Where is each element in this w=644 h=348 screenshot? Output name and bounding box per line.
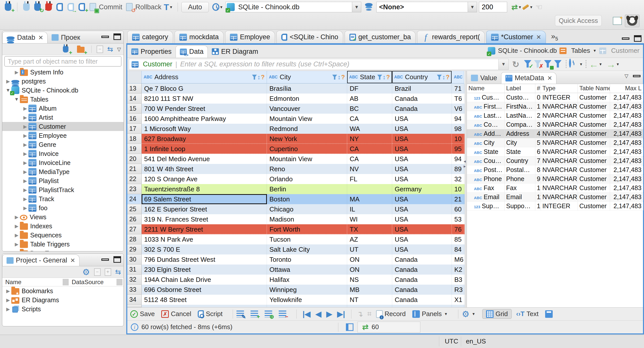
meta-cell-type[interactable]: NVARCHAR: [541, 156, 578, 165]
previous-row-icon[interactable]: ◀: [315, 310, 321, 318]
meta-cell-name[interactable]: ABCCou…: [467, 156, 505, 165]
chevron-down-icon[interactable]: ▾: [599, 62, 602, 67]
cell-country[interactable]: USA: [392, 134, 452, 144]
cell-address[interactable]: 5112 48 Street: [142, 295, 267, 305]
expand-arrow-icon[interactable]: ▶: [13, 214, 20, 220]
expand-arrow-icon[interactable]: ▶: [5, 306, 11, 312]
tree-item-album[interactable]: ▶Album: [2, 104, 124, 113]
meta-cell-table-name[interactable]: Customer: [578, 147, 610, 156]
close-icon[interactable]: ✕: [547, 75, 552, 82]
help-icon[interactable]: ?: [261, 74, 265, 81]
cell-city[interactable]: Madison: [267, 214, 347, 224]
meta-cell-number[interactable]: 9: [535, 175, 541, 183]
row-number[interactable]: 25: [127, 204, 142, 214]
editor-tab-get-customer-ba[interactable]: get_customer_ba: [345, 31, 416, 43]
expand-arrow-icon[interactable]: ▶: [13, 223, 20, 229]
cell-address[interactable]: Rua da Assunção 53: [142, 305, 267, 307]
first-row-icon[interactable]: |◀: [303, 310, 310, 318]
cell-extra[interactable]: 71: [452, 83, 464, 94]
column-header-state[interactable]: ABCState↕?: [347, 71, 392, 83]
quick-access-input[interactable]: [555, 15, 602, 26]
cell-country[interactable]: Portugal: [392, 305, 452, 307]
meta-cell-number[interactable]: 1: [535, 102, 541, 111]
expand-arrow-icon[interactable]: ▶: [13, 69, 20, 75]
cell-address[interactable]: 627 Broadway: [142, 134, 267, 144]
meta-cell-table-name[interactable]: Customer: [578, 184, 610, 192]
metadata-row[interactable]: ABCLast…LastNa…2NVARCHARCustomer2,147,48…: [467, 111, 643, 120]
project-item-scripts[interactable]: ▶Scripts: [2, 304, 124, 314]
cell-state[interactable]: NT: [347, 295, 392, 305]
meta-cell-type[interactable]: NVARCHAR: [541, 102, 578, 111]
cell-country[interactable]: Canada: [392, 265, 452, 275]
cell-address[interactable]: 796 Dundas Street West: [142, 254, 267, 265]
row-number[interactable]: 26: [127, 214, 142, 224]
meta-cell-max-length[interactable]: 2,147,483: [610, 175, 643, 183]
commit-icon[interactable]: ▣: [87, 2, 98, 12]
cell-state[interactable]: [347, 305, 392, 307]
cell-city[interactable]: Vancouver: [267, 104, 347, 114]
tree-item-table-triggers[interactable]: ▶Table Triggers: [2, 240, 124, 249]
link-editor-icon[interactable]: ⇆: [107, 45, 113, 53]
column-header-postalcode[interactable]: ABC: [452, 71, 464, 83]
meta-column-header-max-l[interactable]: Max L: [610, 84, 643, 93]
apply-filter-icon[interactable]: ✓: [523, 60, 533, 69]
object-filter-input[interactable]: [4, 56, 122, 67]
cell-extra[interactable]: B3: [452, 275, 464, 285]
meta-cell-label[interactable]: Custo…: [505, 93, 535, 102]
grid-view-button[interactable]: Grid: [482, 309, 512, 319]
meta-cell-table-name[interactable]: Customer: [578, 102, 610, 111]
meta-cell-table-name[interactable]: Customer: [578, 156, 610, 165]
meta-cell-number[interactable]: 5: [535, 138, 541, 147]
cell-extra[interactable]: 76: [452, 224, 464, 234]
cell-state[interactable]: IL: [347, 204, 392, 214]
cell-city[interactable]: Fort Worth: [267, 224, 347, 234]
meta-cell-name[interactable]: ABCPhone: [467, 175, 505, 183]
chevron-down-icon[interactable]: ▾: [580, 62, 582, 67]
minimize-icon[interactable]: [101, 36, 109, 38]
cell-city[interactable]: Edmonton: [267, 94, 347, 104]
cell-extra[interactable]: 98: [452, 124, 464, 134]
cell-state[interactable]: CA: [347, 154, 392, 164]
meta-cell-number[interactable]: 7: [535, 156, 541, 165]
cell-state[interactable]: DF: [347, 83, 392, 94]
meta-cell-number[interactable]: 10: [535, 184, 541, 192]
cell-country[interactable]: USA: [392, 174, 452, 184]
tree-item-postgres[interactable]: ▶postgres: [2, 77, 124, 86]
schema-dropdown-icon[interactable]: ▼: [468, 2, 477, 12]
nav-new-folder-icon[interactable]: +: [75, 44, 86, 55]
cell-city[interactable]: Mountain View: [267, 154, 347, 164]
cell-state[interactable]: UT: [347, 244, 392, 254]
expand-arrow-icon[interactable]: ▶: [22, 160, 28, 166]
metadata-row[interactable]: 123Cus…Custo…0INTEGERCustomer2,147,483: [467, 93, 643, 102]
cell-city[interactable]: Redmond: [267, 124, 347, 134]
row-number[interactable]: 16: [127, 114, 142, 124]
cell-address[interactable]: 1 Infinite Loop: [142, 144, 267, 154]
expand-arrow-icon[interactable]: ▶: [13, 250, 20, 251]
minimize-icon[interactable]: [101, 258, 109, 261]
custom-filter-icon[interactable]: [553, 60, 563, 69]
last-row-icon[interactable]: ▶|: [337, 310, 345, 318]
cell-city[interactable]: Berlin: [267, 184, 347, 194]
cell-city[interactable]: Mountain View: [267, 114, 347, 124]
edit-cell-button[interactable]: ✎: [236, 311, 244, 318]
cell-extra[interactable]: 21: [452, 194, 464, 204]
context-entity-label[interactable]: Customer: [611, 47, 639, 55]
meta-cell-type[interactable]: NVARCHAR: [541, 147, 578, 156]
maximize-icon[interactable]: [634, 35, 641, 42]
meta-cell-label[interactable]: City: [505, 138, 535, 147]
fetch-size-input[interactable]: [479, 2, 507, 12]
dbeaver-perspective-button[interactable]: [625, 15, 639, 27]
expand-arrow-icon[interactable]: ▶: [22, 124, 28, 129]
cell-country[interactable]: Germany: [392, 184, 452, 194]
meta-cell-label[interactable]: Address: [505, 129, 535, 138]
meta-cell-max-length[interactable]: 2,147,483: [610, 120, 643, 129]
meta-cell-type[interactable]: NVARCHAR: [541, 184, 578, 192]
meta-column-header-type[interactable]: Type: [541, 84, 578, 93]
new-sql-editor-icon[interactable]: +: [76, 2, 87, 12]
row-number[interactable]: 21: [127, 164, 142, 174]
cell-extra[interactable]: 60: [452, 204, 464, 214]
cell-address[interactable]: 120 S Orange Ave: [142, 174, 267, 184]
cell-address[interactable]: 69 Salem Street: [142, 194, 267, 204]
cell-state[interactable]: CA: [347, 144, 392, 154]
tree-item-system-info[interactable]: ▶System Info: [2, 68, 124, 77]
